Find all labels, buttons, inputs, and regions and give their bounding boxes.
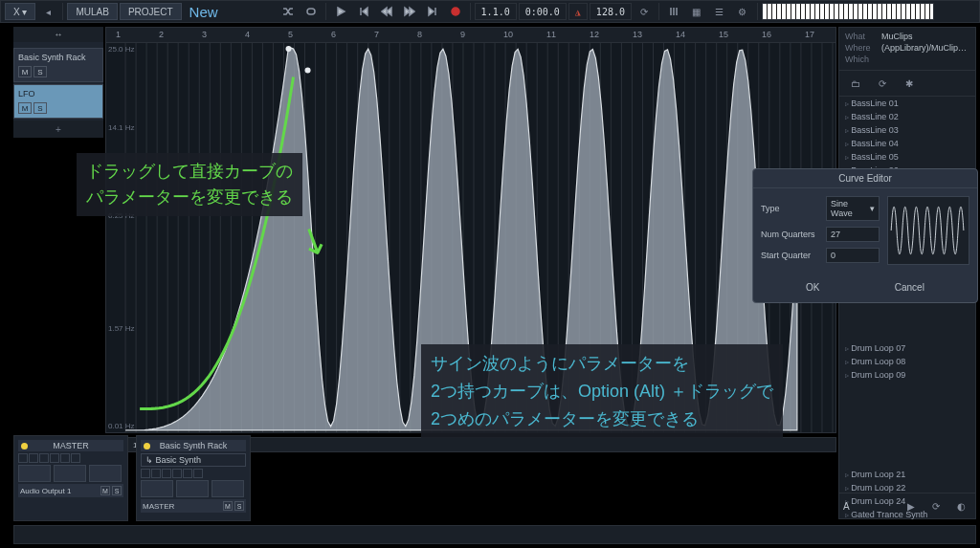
list-item[interactable]: Drum Loop 21 <box>839 468 975 481</box>
solo-button[interactable]: S <box>112 486 122 495</box>
browser-list[interactable]: Drum Loop 07Drum Loop 08Drum Loop 09 <box>839 341 975 382</box>
curve-canvas[interactable]: 25.0 Hz 14.1 Hz 6.25 Hz 1.57 Hz 0.01 Hz <box>106 43 835 432</box>
volume-fader[interactable] <box>176 480 209 497</box>
browser-toolbar: 🗀 ⟳ ✱ <box>839 71 975 97</box>
tool-list-icon[interactable]: ☰ <box>709 3 730 20</box>
list-item[interactable]: BassLine 04 <box>839 137 975 150</box>
rewind-icon[interactable] <box>376 3 397 20</box>
ok-button[interactable]: OK <box>806 282 819 293</box>
pan-knob[interactable] <box>18 465 51 482</box>
position-display[interactable]: 1.1.0 <box>475 3 517 20</box>
fast-forward-icon[interactable] <box>399 3 420 20</box>
timeline-ruler[interactable]: 1234567891011121314151617 <box>106 28 835 43</box>
device-slot[interactable]: ↳ Basic Synth <box>141 453 246 467</box>
numquarters-input[interactable]: 27 <box>826 227 880 242</box>
ruler-tick: 17 <box>805 30 814 39</box>
add-track-button[interactable]: + <box>13 121 103 138</box>
nav-row[interactable]: ↔ <box>13 27 103 42</box>
folder-icon[interactable]: 🗀 <box>845 75 866 92</box>
startquarter-input[interactable]: 0 <box>826 248 880 263</box>
time-display[interactable]: 0:00.0 <box>519 3 567 20</box>
where-value[interactable]: (AppLibrary)/MuClip… <box>881 43 967 53</box>
record-icon[interactable] <box>445 3 466 20</box>
ruler-tick: 11 <box>546 30 556 39</box>
skip-end-icon[interactable] <box>422 3 443 20</box>
shuffle-icon[interactable] <box>278 3 299 20</box>
cancel-button[interactable]: Cancel <box>895 282 924 293</box>
refresh-icon[interactable]: ⟳ <box>872 75 893 92</box>
what-label: What <box>845 32 878 41</box>
mixer: MASTER Audio Output 1MS Basic Synth Rack… <box>13 435 251 521</box>
track-lfo[interactable]: LFO MS <box>13 84 103 119</box>
solo-button[interactable]: S <box>234 501 244 511</box>
ruler-tick: 3 <box>202 30 207 39</box>
metronome-icon[interactable]: ◮ <box>568 3 588 20</box>
browser-header: WhatMuClips Where(AppLibrary)/MuClip… Wh… <box>839 28 975 71</box>
ruler-tick: 5 <box>288 30 293 39</box>
startquarter-label: Start Quarter <box>761 251 826 260</box>
curve-editor-popup: Curve Editor TypeSine Wave▾ Num Quarters… <box>752 168 978 303</box>
y-label: 14.1 Hz <box>108 123 135 132</box>
project-name[interactable]: New <box>184 4 224 20</box>
svg-point-70 <box>285 46 291 52</box>
track-label[interactable]: LFO <box>18 89 99 99</box>
meter <box>89 465 122 482</box>
list-item[interactable]: Drum Loop 07 <box>839 341 975 355</box>
skip-start-icon[interactable] <box>353 3 374 20</box>
which-label: Which <box>845 55 878 64</box>
numquarters-label: Num Quarters <box>761 230 826 239</box>
tool-grid-icon[interactable]: ▦ <box>686 3 707 20</box>
list-item[interactable]: Drum Loop 08 <box>839 355 975 368</box>
project-button[interactable]: PROJECT <box>120 3 182 20</box>
ruler-tick: 15 <box>719 30 728 39</box>
channel-basic-synth: Basic Synth Rack ↳ Basic Synth MASTERMS <box>136 435 251 521</box>
undo-icon[interactable]: ◂ <box>37 3 58 20</box>
app-menu-button[interactable]: X ▾ <box>5 3 35 20</box>
curve-svg <box>106 43 835 432</box>
volume-fader[interactable] <box>54 465 86 482</box>
tempo-display[interactable]: 128.0 <box>590 3 632 20</box>
channel-output[interactable]: Audio Output 1 <box>20 487 71 495</box>
list-item[interactable]: BassLine 02 <box>839 110 975 123</box>
meter <box>212 480 244 497</box>
mute-button[interactable]: M <box>18 102 32 114</box>
svg-rect-0 <box>307 9 315 14</box>
channel-title[interactable]: MASTER <box>18 440 123 451</box>
track-label[interactable]: Basic Synth Rack <box>18 53 99 62</box>
svg-point-1 <box>452 8 459 15</box>
list-item[interactable]: BassLine 05 <box>839 150 975 164</box>
list-item[interactable]: BassLine 01 <box>839 97 975 110</box>
list-item[interactable]: Drum Loop 09 <box>839 368 975 382</box>
mute-button[interactable]: M <box>18 66 32 77</box>
volume-icon[interactable]: ◐ <box>950 497 971 515</box>
curve-editor-area[interactable]: 1234567891011121314151617 25.0 Hz 14.1 H… <box>105 27 836 433</box>
pan-knob[interactable] <box>141 480 173 497</box>
mute-button[interactable]: M <box>223 501 233 511</box>
mulab-button[interactable]: MULAB <box>67 3 117 20</box>
tempo-tap-icon[interactable]: ⟳ <box>634 3 655 20</box>
type-select[interactable]: Sine Wave▾ <box>826 196 880 221</box>
svg-point-71 <box>305 67 311 73</box>
ruler-tick: 10 <box>503 30 513 39</box>
play-icon[interactable] <box>330 3 351 20</box>
tool-mixer-icon[interactable] <box>663 3 684 20</box>
loop-icon[interactable] <box>301 3 322 20</box>
y-label: 25.0 Hz <box>108 45 135 54</box>
list-item[interactable]: BassLine 03 <box>839 123 975 137</box>
y-label: 0.01 Hz <box>108 422 135 430</box>
ruler-tick: 7 <box>374 30 379 39</box>
channel-output[interactable]: MASTER <box>143 502 174 511</box>
mute-button[interactable]: M <box>100 486 110 495</box>
curve-preview <box>887 196 969 265</box>
browser-mode-a[interactable]: A <box>843 501 850 512</box>
solo-button[interactable]: S <box>33 102 47 114</box>
gear-icon[interactable]: ✱ <box>899 75 920 92</box>
loop-preview-icon[interactable]: ⟳ <box>925 497 947 515</box>
channel-title[interactable]: Basic Synth Rack <box>141 440 246 451</box>
virtual-keyboard[interactable] <box>762 3 934 20</box>
what-value[interactable]: MuClips <box>881 32 913 41</box>
tool-settings-icon[interactable]: ⚙ <box>732 3 753 20</box>
solo-button[interactable]: S <box>33 66 47 77</box>
track-basic-synth[interactable]: Basic Synth Rack MS <box>13 48 103 82</box>
play-preview-icon[interactable]: ▶ <box>901 497 922 515</box>
